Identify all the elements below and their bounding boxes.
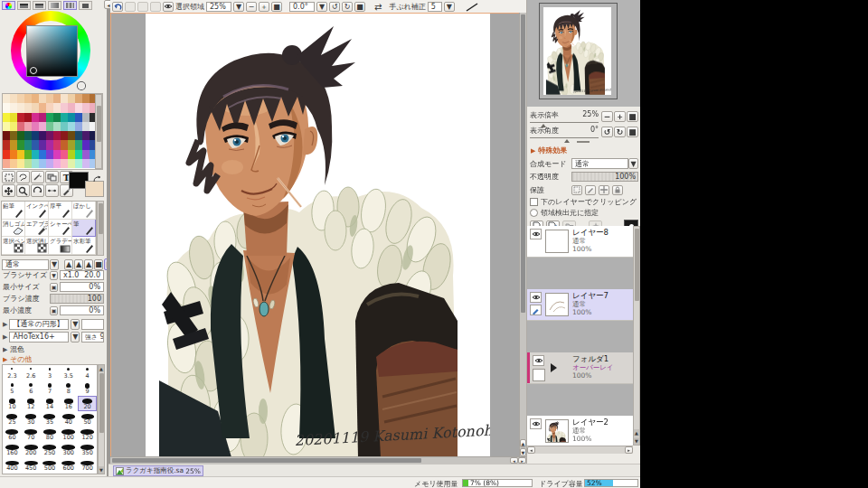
color-swatch[interactable] [46,131,53,140]
clipping-row[interactable]: 下のレイヤーでクリッピング [530,197,638,207]
color-swatch[interactable] [82,94,90,103]
color-swatch[interactable] [53,140,61,149]
color-swatch[interactable] [53,113,61,122]
rotate-cw-button[interactable]: ↻ [342,2,353,12]
section-mix[interactable]: ▶ 混色 [3,344,24,354]
history-back-button[interactable] [137,2,148,12]
color-swatch[interactable] [10,131,17,140]
color-swatch[interactable] [24,131,32,140]
nav-angle-reset-button[interactable]: ■ [627,127,638,137]
color-swatch[interactable] [39,159,46,168]
zoom-out-button[interactable]: − [246,2,257,12]
brush-tool-選択ペン[interactable]: 選択ペン [2,237,25,255]
flip-h-icon[interactable]: ⇄ [374,2,382,12]
brush-size-300[interactable]: 300 [59,442,78,457]
brush-texture-select[interactable]: AHoTex16+ [9,332,69,343]
tip-shape-4[interactable]: ■ [94,259,103,270]
brush-size-10[interactable]: 10 [3,396,22,411]
brush-size-70[interactable]: 70 [22,427,41,442]
blend-mode-select[interactable]: 通常 [571,158,628,169]
color-swatch[interactable] [17,140,24,149]
color-swatch[interactable] [53,122,61,131]
color-swatch[interactable] [32,150,39,159]
color-swatch[interactable] [24,140,32,149]
protect-pen-icon[interactable] [585,185,596,195]
color-swatch[interactable] [46,140,53,149]
zoom-dropdown-icon[interactable]: ▼ [233,2,244,12]
color-swatch[interactable] [17,150,24,159]
color-swatch[interactable] [39,140,46,149]
color-wheel-tab-icon[interactable] [2,1,15,10]
color-swatch[interactable] [61,113,68,122]
layer2-visibility-eye-icon[interactable] [530,418,542,429]
swatch-scrollbar[interactable] [95,94,102,169]
brush-tool-エアブラシ[interactable]: エアブラシ [25,220,49,238]
nav-zoom-reset-button[interactable]: ■ [627,111,638,122]
brush-size-50[interactable]: 50 [78,411,97,427]
color-swatch[interactable] [3,131,10,140]
folder-row-1[interactable]: フォルダ1 オーバーレイ 100% [527,352,633,384]
region-source-row[interactable]: 領域検出元に指定 [530,208,638,218]
brush-size-8[interactable]: 8 [59,380,78,396]
color-swatch[interactable] [61,103,68,112]
brush-size-250[interactable]: 250 [41,442,60,457]
canvas-page[interactable]: 20201119 Kasumi Kotonoha [146,14,490,456]
color-swatch[interactable] [10,113,17,122]
brush-size-7[interactable]: 7 [41,380,60,396]
zoom-tool[interactable] [16,184,30,197]
brush-size-100[interactable]: 100 [59,427,78,442]
color-swatch[interactable] [10,94,17,103]
color-swatch[interactable] [39,94,46,103]
nav-zoom-slider[interactable] [530,122,599,123]
paint-mode-select[interactable]: 通常 [2,259,49,270]
color-swatch[interactable] [17,94,24,103]
color-swatch[interactable] [3,113,10,122]
brush-tool-厚平[interactable]: 厚平 [49,202,72,220]
color-swatch[interactable] [32,140,39,149]
brush-tool-筆[interactable]: 筆 [72,220,96,238]
min-density-icon[interactable]: ▣ [50,306,58,315]
color-swatch[interactable] [3,103,10,112]
color-swatch[interactable] [32,103,39,112]
layer-row-7-selected[interactable]: レイヤー7 通常 100% [527,289,633,321]
color-swatch[interactable] [24,150,32,159]
brush-size-2.3[interactable]: 2.3 [3,365,22,380]
color-swatch[interactable] [17,131,24,140]
magic-wand-tool[interactable] [31,171,44,183]
color-swatch[interactable] [53,131,61,140]
select-move-tool[interactable] [45,171,59,183]
layer7-paint-mode-icon[interactable] [530,305,542,315]
brush-size-40[interactable]: 40 [59,411,78,427]
color-swatch[interactable] [39,150,46,159]
color-swatch[interactable] [24,113,32,122]
angle-dropdown-icon[interactable]: ▼ [316,2,327,12]
brush-size-60[interactable]: 60 [3,427,22,442]
color-swatch[interactable] [17,159,24,168]
color-swatch[interactable] [82,122,90,131]
nav-zoom-in-button[interactable]: ＋ [614,111,626,122]
min-size-value[interactable]: 0% [60,282,104,292]
color-swatch[interactable] [61,131,68,140]
color-swatch[interactable] [75,122,82,131]
tip-shape-1[interactable]: ▲ [64,259,73,270]
brush-tool-水彩筆[interactable]: 水彩筆 [72,237,96,255]
color-swatch[interactable] [82,150,90,159]
region-radio[interactable] [530,209,538,217]
protect-lock-icon[interactable] [612,185,623,195]
undo-button[interactable] [112,2,123,12]
flip-view-tool[interactable] [45,184,59,197]
brush-size-2.6[interactable]: 2.6 [22,365,41,380]
color-swatch[interactable] [68,94,75,103]
nav-rotate-ccw-button[interactable]: ↺ [601,127,613,137]
color-swatch[interactable] [68,113,75,122]
color-swatch[interactable] [82,131,90,140]
clipping-checkbox[interactable] [530,198,538,206]
color-swatch[interactable] [61,150,68,159]
protect-trans-icon[interactable] [571,185,582,195]
brush-size-120[interactable]: 120 [78,427,97,442]
brush-size-350[interactable]: 350 [78,442,97,457]
color-swatch[interactable] [3,94,10,103]
canvas-hscrollbar[interactable]: ◂ ▸ [110,456,526,464]
color-swatch[interactable] [61,140,68,149]
color-swatch[interactable] [53,150,61,159]
